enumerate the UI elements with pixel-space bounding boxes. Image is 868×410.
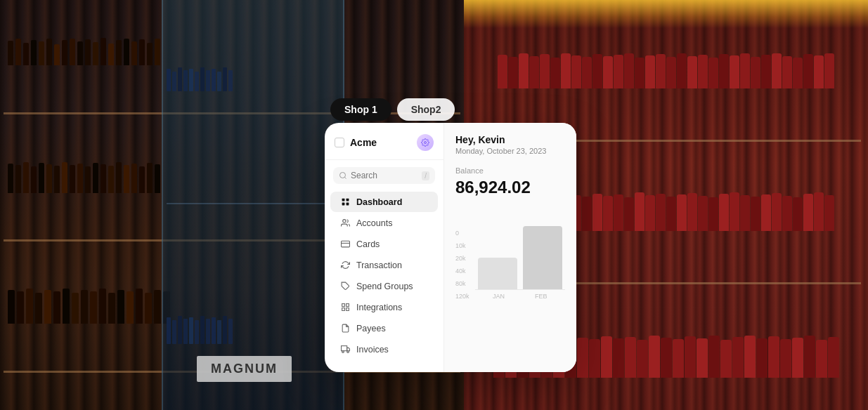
sidebar-item-accounts-label: Accounts xyxy=(356,218,392,228)
integrations-icon xyxy=(340,302,351,312)
sidebar-item-integrations[interactable]: Integrations xyxy=(330,297,438,317)
sidebar-item-accounts[interactable]: Accounts xyxy=(330,213,438,233)
search-box[interactable]: / xyxy=(333,167,435,184)
chart-y-axis: 120k 80k 40k 20k 10k 0 xyxy=(455,230,469,300)
dashboard-icon xyxy=(340,197,351,207)
sidebar-item-invoices-label: Invoices xyxy=(356,345,389,355)
y-label-40k: 40k xyxy=(455,267,469,275)
search-input[interactable] xyxy=(351,171,407,180)
svg-rect-7 xyxy=(342,241,350,247)
svg-rect-10 xyxy=(342,304,345,307)
fridge-overlay xyxy=(162,0,344,410)
svg-point-0 xyxy=(425,142,427,144)
invoices-icon xyxy=(340,344,351,355)
tab-bar: Shop 1 Shop2 xyxy=(323,98,462,121)
balance-label: Balance xyxy=(455,166,565,175)
y-label-20k: 20k xyxy=(455,255,469,262)
sidebar-item-payees-label: Payees xyxy=(356,324,386,333)
balance-amount: 86,924.02 xyxy=(455,178,565,197)
svg-rect-12 xyxy=(346,308,349,311)
x-label-jan: JAN xyxy=(493,293,505,300)
sidebar-item-transaction[interactable]: Transaction xyxy=(330,255,438,275)
y-label-80k: 80k xyxy=(455,280,469,287)
accounts-icon xyxy=(340,218,351,228)
svg-marker-15 xyxy=(347,348,350,350)
sidebar-item-spend-groups[interactable]: Spend Groups xyxy=(330,276,438,296)
balance-chart: 120k 80k 40k 20k 10k 0 JAN FEB xyxy=(455,209,565,300)
sidebar-item-payees[interactable]: Payees xyxy=(330,318,438,338)
payees-icon xyxy=(340,323,351,333)
sidebar-item-integrations-label: Integrations xyxy=(356,303,402,312)
cards-icon xyxy=(340,239,351,249)
svg-point-1 xyxy=(340,173,346,178)
search-shortcut: / xyxy=(422,171,429,180)
y-label-10k: 10k xyxy=(455,242,469,249)
svg-rect-14 xyxy=(342,346,347,351)
chart-x-axis: JAN FEB xyxy=(475,293,565,300)
svg-rect-2 xyxy=(342,199,345,201)
sidebar-item-cards[interactable]: Cards xyxy=(330,234,438,254)
svg-point-6 xyxy=(343,220,346,223)
sidebar-item-invoices[interactable]: Invoices xyxy=(330,339,438,359)
chart-bar-jan xyxy=(478,258,517,289)
sidebar-item-cards-label: Cards xyxy=(356,239,380,249)
chart-bar-feb xyxy=(523,226,562,289)
sidebar-item-dashboard[interactable]: Dashboard xyxy=(330,192,438,212)
chart-bars xyxy=(475,220,565,290)
greeting-date: Monday, October 23, 2023 xyxy=(455,147,565,155)
spend-groups-icon xyxy=(340,281,351,291)
brand-name: Acme xyxy=(350,137,377,148)
sidebar: Acme / xyxy=(325,123,444,372)
svg-rect-5 xyxy=(346,203,349,206)
sidebar-item-transaction-label: Transaction xyxy=(356,260,402,270)
svg-rect-3 xyxy=(346,199,349,201)
settings-icon[interactable] xyxy=(417,134,434,151)
store-sign: MAGNUM xyxy=(197,356,292,382)
brand-checkbox[interactable] xyxy=(335,138,344,147)
sidebar-item-spend-groups-label: Spend Groups xyxy=(356,282,413,291)
search-icon xyxy=(339,171,347,180)
svg-rect-11 xyxy=(346,304,349,307)
svg-point-16 xyxy=(342,351,344,353)
chart-bars-area: JAN FEB xyxy=(475,220,565,300)
y-label-0: 0 xyxy=(455,230,469,237)
x-label-feb: FEB xyxy=(535,293,548,300)
dashboard-modal: Acme / xyxy=(325,123,576,372)
greeting-text: Hey, Kevin xyxy=(455,134,565,145)
svg-rect-13 xyxy=(342,308,345,311)
tab-shop1[interactable]: Shop 1 xyxy=(330,98,391,121)
content-area: Hey, Kevin Monday, October 23, 2023 Bala… xyxy=(444,123,576,372)
tab-shop2[interactable]: Shop2 xyxy=(397,98,455,121)
sidebar-nav: Dashboard Accounts xyxy=(325,191,443,360)
transaction-icon xyxy=(340,260,351,270)
brand-row: Acme xyxy=(325,134,443,160)
svg-rect-4 xyxy=(342,203,345,206)
y-label-120k: 120k xyxy=(455,293,469,300)
sidebar-item-dashboard-label: Dashboard xyxy=(356,197,402,207)
svg-point-17 xyxy=(347,351,349,353)
